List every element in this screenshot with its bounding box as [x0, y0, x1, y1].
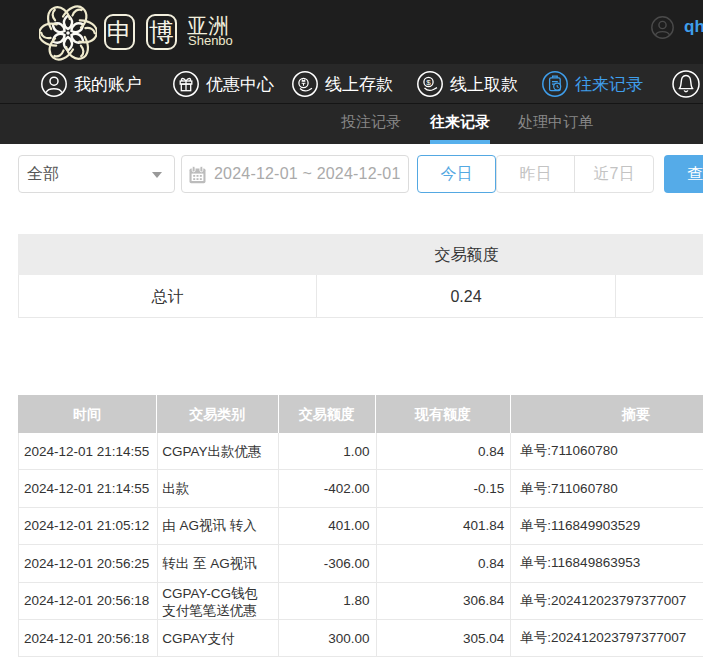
svg-text:$: $: [426, 78, 431, 87]
